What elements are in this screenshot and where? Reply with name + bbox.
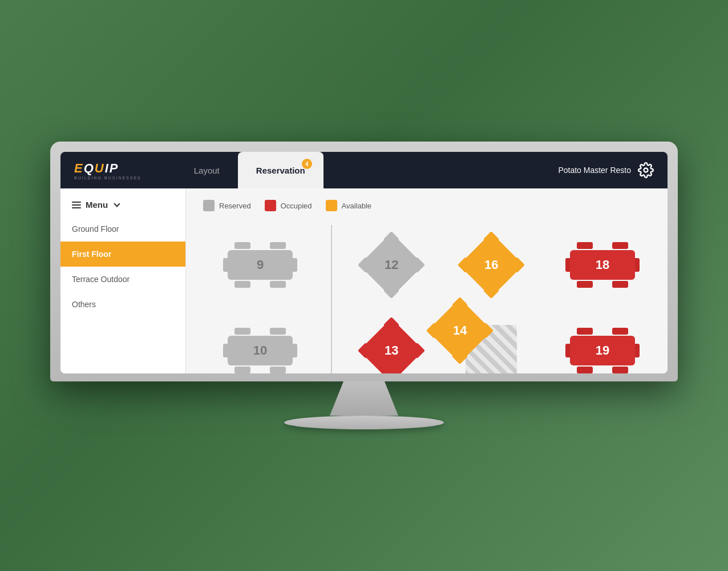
header-right: Potato Master Resto — [558, 162, 654, 178]
table-18[interactable]: 18 — [565, 242, 640, 288]
monitor-stand-base — [284, 416, 444, 429]
legend-occupied: Occupied — [265, 200, 312, 211]
vertical-divider — [331, 225, 332, 373]
main-content: Menu Ground Floor First Floor Terrace Ou… — [60, 188, 668, 373]
table-13[interactable]: 13 — [360, 319, 423, 373]
tab-reservation[interactable]: Reservation 4 — [238, 152, 323, 188]
nav-tabs: Layout Reservation 4 — [176, 152, 559, 188]
legend-dot-occupied — [265, 200, 276, 211]
logo-sub: BUILDING BUSINESSES — [74, 176, 141, 180]
sidebar-item-ground-floor[interactable]: Ground Floor — [60, 216, 185, 242]
monitor-screen: EQUIP BUILDING BUSINESSES Layout Reserva… — [60, 152, 668, 373]
legend: Reserved Occupied Available — [203, 200, 650, 211]
table-12[interactable]: 12 — [360, 234, 423, 296]
table-10[interactable]: 10 — [223, 328, 297, 373]
logo: EQUIP BUILDING BUSINESSES — [74, 161, 141, 180]
table-9[interactable]: 9 — [223, 242, 297, 288]
logo-text: EQUIP — [74, 161, 141, 176]
monitor-bezel: EQUIP BUILDING BUSINESSES Layout Reserva… — [50, 142, 678, 381]
table-19[interactable]: 19 — [565, 328, 640, 373]
table-16[interactable]: 16 — [460, 234, 523, 296]
monitor-stand-neck — [330, 381, 398, 416]
floor-plan: Reserved Occupied Available — [186, 188, 668, 373]
tab-layout[interactable]: Layout — [176, 152, 238, 188]
header: EQUIP BUILDING BUSINESSES Layout Reserva… — [60, 152, 668, 188]
legend-dot-available — [326, 200, 337, 211]
legend-available: Available — [326, 200, 372, 211]
sidebar-item-first-floor[interactable]: First Floor — [60, 242, 185, 267]
legend-reserved: Reserved — [203, 200, 251, 211]
restaurant-name: Potato Master Resto — [558, 166, 631, 175]
chevron-down-icon — [114, 200, 120, 207]
sidebar-item-others[interactable]: Others — [60, 292, 185, 317]
app-container: EQUIP BUILDING BUSINESSES Layout Reserva… — [60, 152, 668, 373]
sidebar-menu-header[interactable]: Menu — [60, 193, 185, 216]
svg-point-0 — [644, 168, 648, 172]
table-14-container: 14 — [414, 299, 505, 362]
gear-icon[interactable] — [638, 162, 654, 178]
sidebar: Menu Ground Floor First Floor Terrace Ou… — [60, 188, 186, 373]
legend-dot-reserved — [203, 200, 215, 211]
table-14[interactable]: 14 — [414, 299, 505, 362]
sidebar-item-terrace-outdoor[interactable]: Terrace Outdoor — [60, 267, 185, 292]
reservation-badge: 4 — [302, 159, 312, 169]
hamburger-icon — [72, 202, 81, 208]
